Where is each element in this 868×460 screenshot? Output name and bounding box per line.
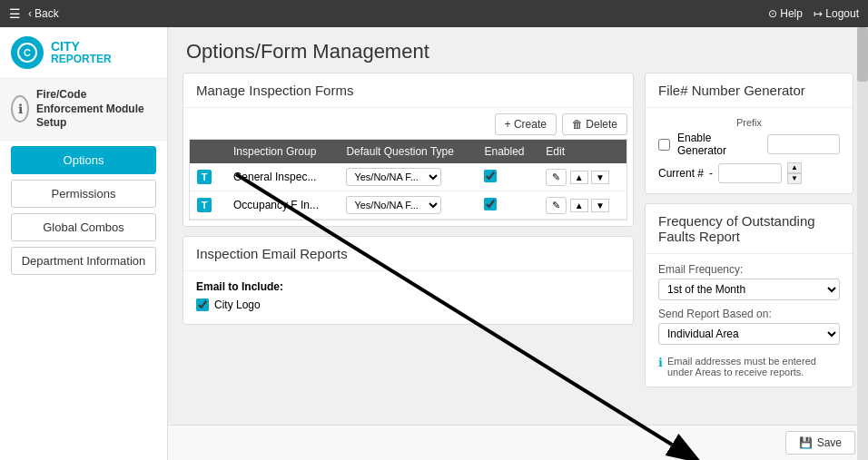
question-type-select-1[interactable]: Yes/No/NA F... bbox=[346, 196, 441, 214]
edit-button-1[interactable]: ✎ bbox=[546, 197, 567, 214]
save-icon: 💾 bbox=[799, 436, 813, 449]
info-note-text: Email addresses must be entered under Ar… bbox=[667, 356, 840, 377]
current-number-input[interactable] bbox=[718, 163, 782, 183]
enabled-cell bbox=[477, 191, 538, 220]
svg-text:C: C bbox=[24, 47, 31, 58]
email-freq-label: Email Frequency: bbox=[658, 263, 840, 276]
file-generator-title: File# Number Generator bbox=[646, 73, 853, 108]
module-header: ℹ Fire/Code Enforcement Module Setup bbox=[0, 79, 167, 141]
module-icon: ℹ bbox=[11, 95, 29, 122]
t-badge: T bbox=[197, 198, 212, 212]
info-note: ℹ Email addresses must be entered under … bbox=[658, 356, 840, 377]
logo-circle: C bbox=[11, 36, 44, 69]
manage-forms-title: Manage Inspection Forms bbox=[183, 73, 633, 108]
up-arrow-0[interactable]: ▲ bbox=[570, 171, 588, 184]
group-name-cell: Occupancy F In... bbox=[226, 191, 339, 220]
main-content: Options/Form Management Manage Inspectio… bbox=[168, 27, 868, 460]
bottom-bar: 💾 Save bbox=[168, 425, 868, 460]
col-group-label: Inspection Group bbox=[226, 140, 339, 163]
save-button[interactable]: 💾 Save bbox=[785, 431, 855, 455]
email-reports-title: Inspection Email Reports bbox=[183, 237, 633, 271]
col-enabled: Enabled bbox=[477, 140, 538, 163]
city-logo-checkbox[interactable] bbox=[196, 299, 209, 311]
create-button[interactable]: + Create bbox=[495, 113, 557, 135]
enabled-checkbox-1[interactable] bbox=[484, 198, 497, 210]
col-group bbox=[190, 140, 226, 163]
report-based-select[interactable]: Individual Area All Areas bbox=[658, 323, 840, 345]
down-arrow-1[interactable]: ▼ bbox=[591, 199, 609, 212]
help-label: Help bbox=[780, 7, 803, 20]
manage-forms-card: Manage Inspection Forms + Create 🗑 Delet… bbox=[182, 73, 634, 227]
question-type-select-0[interactable]: Yes/No/NA F... bbox=[346, 168, 441, 186]
menu-icon[interactable]: ☰ bbox=[9, 6, 21, 21]
logout-icon: ↦ bbox=[814, 7, 823, 20]
enable-generator-checkbox[interactable] bbox=[658, 139, 670, 151]
frequency-body: Email Frequency: 1st of the Month Weekly… bbox=[646, 254, 853, 387]
frequency-card: Frequency of Outstanding Faults Report E… bbox=[645, 203, 853, 387]
sidebar: C CITY REPORTER ℹ Fire/Code Enforcement … bbox=[0, 27, 168, 460]
module-title: Fire/Code Enforcement Module Setup bbox=[36, 88, 156, 131]
right-panel: File# Number Generator Prefix Enable Gen… bbox=[645, 73, 853, 451]
scrollbar-thumb[interactable] bbox=[857, 27, 868, 82]
help-icon: ⊙ bbox=[768, 7, 777, 20]
frequency-title: Frequency of Outstanding Faults Report bbox=[646, 204, 853, 254]
col-question-type: Default Question Type bbox=[339, 140, 477, 163]
email-reports-body: Email to Include: City Logo bbox=[183, 271, 633, 324]
back-link[interactable]: ‹ Back bbox=[28, 7, 59, 20]
minus-label: - bbox=[709, 167, 713, 180]
scrollbar-track bbox=[857, 27, 868, 460]
col-edit: Edit bbox=[538, 140, 626, 163]
inspection-table-wrapper[interactable]: Inspection Group Default Question Type E… bbox=[189, 139, 627, 220]
spin-up-button[interactable]: ▲ bbox=[787, 162, 802, 173]
up-arrow-1[interactable]: ▲ bbox=[570, 199, 588, 212]
nav-options[interactable]: Options bbox=[11, 146, 156, 174]
nav-department-info[interactable]: Department Information bbox=[11, 247, 156, 275]
badge-cell: T bbox=[190, 163, 226, 191]
info-icon: ℹ bbox=[658, 356, 663, 369]
table-row: T General Inspec... Yes/No/NA F... bbox=[190, 163, 626, 191]
logo-area: C CITY REPORTER bbox=[0, 27, 167, 79]
top-bar: ☰ ‹ Back ⊙ Help ↦ Logout bbox=[0, 0, 868, 27]
back-label: Back bbox=[35, 7, 59, 20]
logo-reporter: REPORTER bbox=[51, 53, 112, 65]
help-link[interactable]: ⊙ Help bbox=[768, 7, 803, 20]
city-logo-row: City Logo bbox=[196, 299, 620, 311]
group-name-cell: General Inspec... bbox=[226, 163, 339, 191]
logout-link[interactable]: ↦ Logout bbox=[814, 7, 859, 20]
table-toolbar: + Create 🗑 Delete bbox=[183, 108, 633, 139]
file-generator-body: Prefix Enable Generator Current # - ▲ ▼ bbox=[646, 108, 853, 193]
current-label: Current # bbox=[658, 167, 704, 180]
question-type-cell: Yes/No/NA F... bbox=[339, 191, 477, 220]
save-label: Save bbox=[817, 436, 842, 449]
delete-button[interactable]: 🗑 Delete bbox=[562, 113, 627, 135]
page-title: Options/Form Management bbox=[168, 27, 868, 73]
edit-cell: ✎ ▲ ▼ bbox=[538, 163, 626, 191]
city-logo-label: City Logo bbox=[214, 299, 261, 311]
enabled-checkbox-0[interactable] bbox=[484, 170, 497, 182]
report-based-label: Send Report Based on: bbox=[658, 308, 840, 320]
inspection-table: Inspection Group Default Question Type E… bbox=[190, 140, 626, 220]
enable-generator-row: Enable Generator bbox=[658, 132, 840, 157]
file-generator-card: File# Number Generator Prefix Enable Gen… bbox=[645, 73, 853, 194]
prefix-input[interactable] bbox=[767, 134, 840, 154]
edit-cell: ✎ ▲ ▼ bbox=[538, 191, 626, 220]
prefix-label: Prefix bbox=[658, 117, 840, 128]
table-row: T Occupancy F In... Yes/No/NA F... bbox=[190, 191, 626, 220]
edit-button-0[interactable]: ✎ bbox=[546, 169, 567, 186]
logout-label: Logout bbox=[825, 7, 859, 20]
email-include-label: Email to Include: bbox=[196, 280, 620, 293]
chevron-left-icon: ‹ bbox=[28, 7, 32, 20]
email-freq-select[interactable]: 1st of the Month Weekly Monthly bbox=[658, 279, 840, 300]
enable-generator-label: Enable Generator bbox=[677, 132, 760, 157]
spin-down-button[interactable]: ▼ bbox=[787, 173, 802, 184]
logo-text-area: CITY REPORTER bbox=[51, 40, 112, 65]
enabled-cell bbox=[477, 163, 538, 191]
logo-city: CITY bbox=[51, 39, 80, 54]
nav-global-combos[interactable]: Global Combos bbox=[11, 213, 156, 241]
spin-buttons: ▲ ▼ bbox=[787, 162, 802, 184]
down-arrow-0[interactable]: ▼ bbox=[591, 171, 609, 184]
email-reports-card: Inspection Email Reports Email to Includ… bbox=[182, 236, 634, 325]
nav-permissions[interactable]: Permissions bbox=[11, 180, 156, 208]
current-number-row: Current # - ▲ ▼ bbox=[658, 162, 840, 184]
question-type-cell: Yes/No/NA F... bbox=[339, 163, 477, 191]
